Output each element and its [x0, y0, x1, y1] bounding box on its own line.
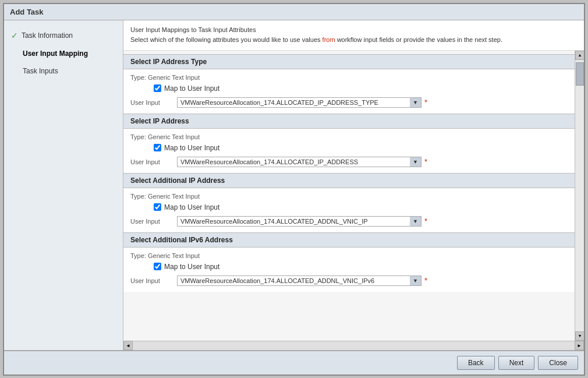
- type-label-4: Type: Generic Text Input: [130, 252, 568, 259]
- header-highlight: from: [323, 36, 335, 43]
- scroll-thumb[interactable]: [576, 62, 584, 86]
- scroll-track: [575, 60, 584, 331]
- type-label-2: Type: Generic Text Input: [130, 133, 568, 140]
- section-body-3: Type: Generic Text Input Map to User Inp…: [123, 188, 575, 232]
- checkbox-label-1: Map to User Input: [164, 84, 219, 93]
- sidebar-item-label: Task Information: [22, 31, 73, 40]
- main-content: User Input Mappings to Task Input Attrib…: [123, 20, 584, 350]
- user-input-label-1: User Input: [130, 99, 177, 106]
- user-input-label-3: User Input: [130, 218, 177, 225]
- map-to-user-input-checkbox-1[interactable]: [154, 84, 161, 92]
- scroll-up-btn[interactable]: ▲: [575, 51, 584, 60]
- section-header-3: Select Additional IP Address: [123, 173, 575, 188]
- user-input-select-1[interactable]: VMWareResourceAllocation_174.ALLOCATED_I…: [177, 97, 421, 108]
- checkbox-row-2: Map to User Input: [154, 144, 568, 152]
- next-button[interactable]: Next: [498, 356, 535, 370]
- header-line1: User Input Mappings to Task Input Attrib…: [130, 25, 577, 36]
- user-input-select-4[interactable]: VMWareResourceAllocation_174.ALLOCATED_A…: [177, 275, 421, 286]
- sidebar: ✓ Task Information User Input Mapping Ta…: [4, 20, 123, 350]
- horizontal-scrollbar[interactable]: ◄ ►: [123, 341, 584, 350]
- header-line2-after: workflow input fields or provide the val…: [335, 36, 502, 43]
- user-input-label-2: User Input: [130, 158, 177, 165]
- sidebar-item-task-information[interactable]: ✓ Task Information: [4, 26, 123, 45]
- check-icon: ✓: [11, 31, 18, 40]
- required-star-2: *: [424, 157, 427, 166]
- header-line2-before: Select which of the following attributes…: [130, 36, 323, 43]
- add-task-dialog: Add Task ✓ Task Information User Input M…: [3, 3, 585, 376]
- select-wrapper-4: VMWareResourceAllocation_174.ALLOCATED_A…: [177, 275, 421, 286]
- map-to-user-input-checkbox-3[interactable]: [154, 203, 161, 211]
- checkbox-row-3: Map to User Input: [154, 203, 568, 211]
- section-body-1: Type: Generic Text Input Map to User Inp…: [123, 69, 575, 114]
- dialog-body: ✓ Task Information User Input Mapping Ta…: [4, 20, 584, 350]
- section-header-4: Select Additional IPv6 Address: [123, 232, 575, 248]
- checkbox-row-1: Map to User Input: [154, 84, 568, 93]
- footer: Back Next Close: [4, 350, 584, 375]
- horiz-scroll-track: [133, 341, 575, 350]
- scroll-left-btn[interactable]: ◄: [123, 341, 133, 350]
- scroll-area[interactable]: Select IP Address Type Type: Generic Tex…: [123, 51, 575, 341]
- scroll-right-btn[interactable]: ►: [575, 341, 584, 350]
- map-to-user-input-checkbox-4[interactable]: [154, 263, 161, 270]
- required-star-4: *: [424, 276, 427, 285]
- select-wrapper-1: VMWareResourceAllocation_174.ALLOCATED_I…: [177, 97, 421, 108]
- type-label-3: Type: Generic Text Input: [130, 193, 568, 200]
- checkbox-label-3: Map to User Input: [164, 203, 219, 211]
- select-wrapper-2: VMWareResourceAllocation_174.ALLOCATED_I…: [177, 157, 421, 167]
- checkbox-row-4: Map to User Input: [154, 263, 568, 271]
- dialog-title: Add Task: [4, 4, 584, 20]
- user-input-select-2[interactable]: VMWareResourceAllocation_174.ALLOCATED_I…: [177, 157, 421, 167]
- section-ip-address-type: Select IP Address Type Type: Generic Tex…: [123, 54, 575, 114]
- type-label-1: Type: Generic Text Input: [130, 74, 568, 81]
- scroll-inner: Select IP Address Type Type: Generic Tex…: [123, 51, 575, 295]
- sidebar-item-label: User Input Mapping: [23, 50, 88, 58]
- input-row-4: User Input VMWareResourceAllocation_174.…: [130, 275, 568, 286]
- close-button[interactable]: Close: [538, 356, 578, 370]
- section-body-2: Type: Generic Text Input Map to User Inp…: [123, 129, 575, 173]
- section-header-2: Select IP Address: [123, 114, 575, 129]
- scroll-down-btn[interactable]: ▼: [575, 331, 584, 341]
- user-input-label-4: User Input: [130, 277, 177, 284]
- input-row-3: User Input VMWareResourceAllocation_174.…: [130, 216, 568, 227]
- section-body-4: Type: Generic Text Input Map to User Inp…: [123, 248, 575, 292]
- required-star-1: *: [424, 98, 427, 107]
- sidebar-item-user-input-mapping[interactable]: User Input Mapping: [4, 45, 123, 62]
- section-additional-ipv6-address: Select Additional IPv6 Address Type: Gen…: [123, 232, 575, 292]
- select-wrapper-3: VMWareResourceAllocation_174.ALLOCATED_A…: [177, 216, 421, 227]
- section-additional-ip-address: Select Additional IP Address Type: Gener…: [123, 173, 575, 232]
- vertical-scrollbar[interactable]: ▲ ▼: [575, 51, 584, 341]
- header-line2: Select which of the following attributes…: [130, 35, 577, 45]
- checkbox-label-4: Map to User Input: [164, 263, 219, 271]
- user-input-select-3[interactable]: VMWareResourceAllocation_174.ALLOCATED_A…: [177, 216, 421, 227]
- back-button[interactable]: Back: [457, 356, 495, 370]
- header-text: User Input Mappings to Task Input Attrib…: [123, 20, 584, 51]
- content-with-scrollbar: Select IP Address Type Type: Generic Tex…: [123, 51, 584, 341]
- checkbox-label-2: Map to User Input: [164, 144, 219, 152]
- input-row-2: User Input VMWareResourceAllocation_174.…: [130, 157, 568, 167]
- input-row-1: User Input VMWareResourceAllocation_174.…: [130, 97, 568, 108]
- required-star-3: *: [424, 217, 427, 225]
- section-header-1: Select IP Address Type: [123, 54, 575, 69]
- sidebar-item-task-inputs[interactable]: Task Inputs: [4, 62, 123, 80]
- map-to-user-input-checkbox-2[interactable]: [154, 144, 161, 151]
- sidebar-item-label: Task Inputs: [23, 67, 58, 75]
- section-ip-address: Select IP Address Type: Generic Text Inp…: [123, 114, 575, 173]
